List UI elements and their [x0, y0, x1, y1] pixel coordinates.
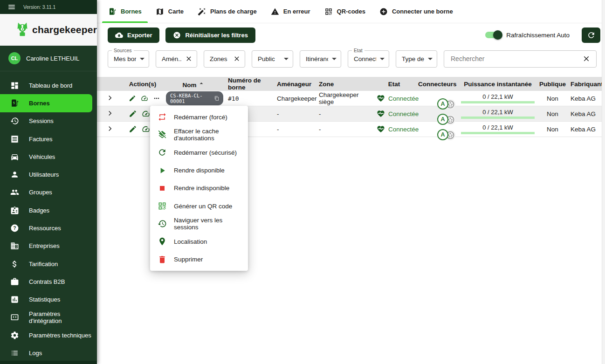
- table-row: CS-KEBA-CL-00001 #10 Chargekeeper Charge…: [97, 91, 604, 106]
- menu-item-redemarrer-force[interactable]: Redémarrer (forcé): [150, 108, 248, 126]
- diagnostics-gauge-icon[interactable]: [142, 125, 150, 133]
- col-puissance[interactable]: Puissance instantanée: [458, 81, 537, 88]
- vertical-scrollbar[interactable]: [602, 0, 605, 364]
- sidebar-item-factures[interactable]: Factures: [0, 130, 92, 148]
- briefcase-icon: [10, 277, 19, 286]
- col-connecteurs[interactable]: Connecteurs: [416, 81, 458, 88]
- filter-amenageur[interactable]: Amén...: [156, 50, 197, 68]
- dashboard-icon: [10, 81, 19, 90]
- tab-carte[interactable]: Carte: [149, 0, 191, 23]
- col-publique[interactable]: Publique: [537, 81, 568, 88]
- sidebar-item-parametres-integration[interactable]: Paramètres d'intégration: [0, 309, 92, 326]
- col-zone[interactable]: Zone: [316, 81, 372, 88]
- sidebar-item-badges[interactable]: Badges: [0, 201, 92, 219]
- sidebar-item-ressources[interactable]: Ressources: [0, 219, 92, 237]
- tab-plans-de-charge[interactable]: Plans de charge: [191, 0, 264, 23]
- tab-qr-codes[interactable]: QR-codes: [317, 0, 372, 23]
- col-etat[interactable]: Etat: [372, 81, 416, 88]
- sidebar-item-tableau-de-bord[interactable]: Tableau de bord: [0, 76, 92, 94]
- diagnostics-gauge-icon[interactable]: [141, 94, 148, 103]
- sidebar-item-vehicules[interactable]: Véhicules: [0, 148, 92, 165]
- filter-public[interactable]: Public: [252, 50, 293, 68]
- col-nom[interactable]: Nom: [162, 80, 225, 89]
- zone-cell: -: [316, 110, 372, 117]
- menu-item-localisation[interactable]: Localisation: [150, 233, 248, 250]
- col-numero-de-borne[interactable]: Numéro de borne: [225, 77, 274, 91]
- sort-asc-icon[interactable]: [198, 80, 205, 87]
- chevron-down-icon: [428, 58, 433, 60]
- edit-icon[interactable]: [129, 125, 137, 133]
- brand-logo[interactable]: chargekeeper: [0, 14, 97, 46]
- sidebar-item-groupes[interactable]: Groupes: [0, 184, 92, 201]
- puissance-cell: 0 / 22,1 kW: [458, 93, 537, 103]
- menu-item-generer-qr-code[interactable]: Générer un QR code: [150, 197, 248, 215]
- tab-bornes[interactable]: Bornes: [101, 0, 149, 23]
- play-icon: [158, 166, 167, 175]
- gear-icon: [10, 331, 19, 340]
- more-actions-icon[interactable]: [153, 94, 160, 103]
- refresh-icon: [587, 31, 596, 40]
- status-badge: Connectée: [388, 110, 419, 117]
- expand-row-button[interactable]: [106, 124, 114, 133]
- edit-icon[interactable]: [129, 110, 137, 118]
- chevron-right-icon: [106, 109, 114, 117]
- menu-item-rendre-indisponible[interactable]: Rendre indisponible: [150, 179, 248, 197]
- tab-connecter-une-borne[interactable]: Connecter une borne: [372, 0, 460, 23]
- menu-item-effacer-cache[interactable]: Effacer le cache d'autorisations: [150, 126, 248, 144]
- menu-item-rendre-disponible[interactable]: Rendre disponible: [150, 162, 248, 179]
- edit-icon[interactable]: [129, 94, 136, 103]
- col-amenageur[interactable]: Aménageur: [274, 81, 316, 88]
- refresh-icon: [158, 148, 167, 157]
- copy-icon[interactable]: [214, 96, 219, 101]
- toolbar: Exporter Réinitialiser les filtres Rafra…: [97, 27, 605, 43]
- search-input[interactable]: [450, 55, 578, 63]
- col-actions[interactable]: Action(s): [123, 81, 162, 88]
- auto-refresh-toggle[interactable]: [485, 32, 501, 38]
- sidebar-item-statistiques[interactable]: Statistiques: [0, 291, 92, 309]
- clear-search-icon[interactable]: [582, 55, 591, 63]
- sidebar-item-sessions[interactable]: Sessions: [0, 112, 92, 130]
- power-progress-bar: [461, 117, 535, 119]
- export-button[interactable]: Exporter: [108, 27, 159, 43]
- clear-filter-icon[interactable]: [233, 55, 241, 62]
- fabriquant-cell: Keba AG: [568, 126, 604, 133]
- connector-a-badge: A: [437, 98, 448, 110]
- qr-code-icon: [158, 201, 167, 211]
- tab-en-erreur[interactable]: En erreur: [264, 0, 317, 23]
- history-icon: [158, 219, 167, 228]
- filter-itinerance[interactable]: Itinérance: [300, 50, 341, 68]
- clear-filter-icon[interactable]: [185, 55, 192, 62]
- user-band[interactable]: CL Caroline LETHEUIL: [0, 46, 97, 71]
- fabriquant-cell: Keba AG: [568, 95, 604, 102]
- puissance-cell: 0 / 22,1 kW: [458, 124, 537, 134]
- expand-row-button[interactable]: [106, 109, 114, 117]
- sidebar-item-bornes[interactable]: Bornes: [0, 94, 92, 112]
- toggle-thumb: [493, 30, 502, 40]
- filter-zones[interactable]: Zones: [204, 50, 245, 68]
- filter-sources[interactable]: Sources Mes born...: [108, 50, 149, 68]
- ev-station-icon: [108, 7, 117, 16]
- sidebar-item-tarification[interactable]: Tarification: [0, 255, 92, 273]
- expand-row-button[interactable]: [106, 94, 114, 102]
- borne-id-pill[interactable]: CS-KEBA-CL-00001: [166, 91, 223, 105]
- sidebar-item-entreprises[interactable]: Entreprises: [0, 237, 92, 255]
- avatar: CL: [8, 52, 21, 64]
- hamburger-menu-icon[interactable]: [7, 3, 16, 11]
- filter-type-de-borne[interactable]: Type de ...: [396, 50, 437, 68]
- filter-etat[interactable]: Etat Connectée: [348, 50, 389, 68]
- badge-icon: [10, 206, 19, 215]
- status-badge: Connectée: [388, 126, 419, 133]
- menu-item-supprimer[interactable]: Supprimer: [150, 251, 248, 268]
- menu-item-naviguer-sessions[interactable]: Naviguer vers les sessions: [150, 215, 248, 233]
- reset-filters-button[interactable]: Réinitialiser les filtres: [165, 27, 255, 43]
- menu-item-redemarrer-securise[interactable]: Redémarrer (sécurisé): [150, 144, 248, 161]
- sidebar-item-utilisateurs[interactable]: Utilisateurs: [0, 165, 92, 183]
- refresh-button[interactable]: [582, 27, 600, 43]
- col-fabriquant[interactable]: Fabriquant: [568, 81, 604, 88]
- history-icon: [10, 117, 19, 125]
- diagnostics-gauge-icon[interactable]: [142, 110, 150, 118]
- sidebar-item-contrats-b2b[interactable]: Contrats B2B: [0, 273, 92, 290]
- publique-cell: Non: [537, 110, 568, 117]
- sidebar-item-logs[interactable]: Logs: [0, 344, 92, 362]
- sidebar-item-parametres-techniques[interactable]: Paramètres techniques: [0, 326, 92, 344]
